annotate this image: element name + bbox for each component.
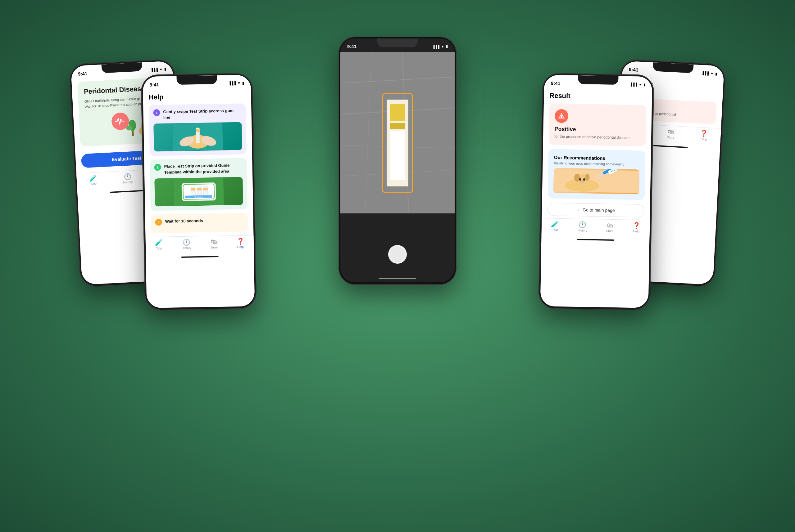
step-3-header: 3 Wait for 10 seconds bbox=[155, 217, 243, 226]
test-icon: 🧪 bbox=[551, 221, 559, 227]
tab-history[interactable]: 🕐 History bbox=[182, 239, 192, 250]
step-3-num: 3 bbox=[155, 218, 162, 225]
positive-icon bbox=[555, 109, 568, 123]
phone-help: 9:41 ▐▐▐ ▼ ▮ Help 1 Gently swipe Test St… bbox=[141, 73, 256, 310]
help-step-3: 3 Wait for 10 seconds bbox=[151, 213, 248, 233]
notch bbox=[377, 38, 418, 47]
tab-store[interactable]: 🛍 Store bbox=[210, 238, 218, 249]
brushing-illustration bbox=[554, 168, 639, 194]
signal-icon: ▐▐▐ bbox=[432, 45, 439, 49]
strip-guide-frame bbox=[382, 93, 413, 193]
store-icon: 🛍 bbox=[607, 222, 613, 228]
tab-test-label: Test bbox=[156, 246, 162, 250]
tab-test[interactable]: 🧪 Test bbox=[89, 175, 98, 186]
store-icon: 🛍 bbox=[668, 128, 674, 135]
tab-test-label: Test bbox=[552, 228, 558, 231]
signal-icon: ▐▐▐ bbox=[150, 68, 158, 72]
tab-test[interactable]: 🧪 Test bbox=[155, 239, 163, 250]
status-icons: ▐▐▐ ▼ ▮ bbox=[630, 82, 646, 87]
help-screen-content: Help 1 Gently swipe Test Strip accross g… bbox=[143, 89, 253, 237]
tab-store[interactable]: 🛍 Store bbox=[667, 128, 675, 139]
help-step-2: 2 Place Test Strip on privided Guide Tem… bbox=[150, 158, 248, 211]
rec-desc: Brushing your pet's teeth morning and ev… bbox=[554, 161, 639, 166]
step-2-num: 2 bbox=[154, 164, 161, 171]
store-icon: 🛍 bbox=[211, 238, 217, 244]
home-indicator bbox=[181, 255, 219, 258]
tab-help[interactable]: ❓ Help bbox=[700, 130, 708, 140]
help-icon: ❓ bbox=[700, 130, 708, 136]
svg-text:OraStripds: OraStripds bbox=[194, 196, 203, 197]
tab-store[interactable]: 🛍 Store bbox=[606, 222, 614, 232]
svg-rect-32 bbox=[197, 188, 201, 190]
help-title: Help bbox=[148, 89, 246, 105]
rec-image bbox=[554, 168, 639, 194]
camera-strip-area bbox=[340, 52, 455, 234]
tab-bar-help: 🧪 Test 🕐 History 🛍 Store ❓ Help bbox=[146, 235, 254, 255]
svg-rect-44 bbox=[390, 104, 405, 121]
tab-bar-result: 🧪 Test 🕐 History 🛍 Store ❓ Help bbox=[541, 218, 650, 238]
phone-camera: 9:41 ▐▐▐ ▼ ▮ × bbox=[339, 37, 456, 285]
swipe-illustration bbox=[173, 123, 223, 151]
step-2-image: OraStripds bbox=[154, 177, 243, 206]
tab-history-label: History bbox=[123, 180, 133, 184]
test-strip bbox=[386, 99, 409, 186]
tab-history[interactable]: 🕐 History bbox=[578, 221, 588, 232]
step-1-num: 1 bbox=[153, 109, 160, 116]
tab-history-label: History bbox=[578, 228, 587, 232]
svg-rect-31 bbox=[191, 188, 195, 190]
tab-test-label: Test bbox=[91, 182, 96, 186]
test-tab-icon: 🧪 bbox=[89, 175, 97, 182]
tab-store-label: Store bbox=[606, 229, 614, 232]
place-strip-illustration: OraStripds bbox=[174, 177, 224, 206]
status-time: 9:41 bbox=[551, 80, 560, 86]
tab-help-label: Help bbox=[701, 137, 707, 140]
wifi-icon: ▼ bbox=[441, 45, 445, 49]
result-screen-content: Result Positive for the presence of acti… bbox=[542, 89, 652, 220]
shutter-button[interactable] bbox=[388, 245, 407, 264]
notch bbox=[578, 75, 618, 84]
svg-rect-52 bbox=[554, 169, 639, 193]
go-to-main-button[interactable]: ← Go to main page bbox=[547, 203, 645, 217]
wifi-icon: ▼ bbox=[710, 71, 714, 75]
tab-test[interactable]: 🧪 Test bbox=[551, 221, 559, 231]
warning-icon bbox=[558, 112, 565, 119]
tab-help[interactable]: ❓ Help bbox=[236, 238, 245, 248]
signal-icon: ▐▐▐ bbox=[229, 81, 236, 85]
tab-help-label: Help bbox=[237, 245, 244, 248]
phone-camera-screen: 9:41 ▐▐▐ ▼ ▮ × bbox=[340, 38, 455, 282]
help-icon: ❓ bbox=[236, 238, 244, 244]
tab-help[interactable]: ❓ Help bbox=[632, 223, 640, 233]
step-2-text: Place Test Strip on privided Guide Templ… bbox=[164, 162, 242, 175]
positive-result-card: Positive for the presence of active peri… bbox=[549, 103, 646, 146]
phones-container: 9:41 ▐▐▐ ▼ ▮ Peridontal Disease Test Gli… bbox=[56, 18, 739, 514]
status-time: 9:41 bbox=[150, 81, 159, 87]
notch bbox=[653, 62, 693, 73]
battery-icon: ▮ bbox=[242, 81, 244, 85]
status-time: 9:41 bbox=[347, 44, 357, 49]
svg-rect-24 bbox=[196, 129, 199, 132]
step-1-header: 1 Gently swipe Test Strip accross gum li… bbox=[153, 108, 241, 120]
battery-icon: ▮ bbox=[715, 72, 717, 76]
wifi-icon: ▼ bbox=[159, 67, 163, 71]
rec-title: Our Recommendations bbox=[554, 154, 640, 161]
home-indicator bbox=[577, 239, 614, 241]
positive-desc: for the presence of active periodontal d… bbox=[554, 133, 640, 140]
signal-icon: ▐▐▐ bbox=[630, 82, 637, 86]
step-1-image bbox=[153, 122, 242, 151]
phone-result: 9:41 ▐▐▐ ▼ ▮ Result bbox=[538, 73, 654, 310]
tab-history[interactable]: 🕐 History bbox=[123, 173, 133, 184]
battery-icon: ▮ bbox=[644, 82, 645, 87]
help-icon: ❓ bbox=[633, 223, 640, 229]
home-indicator bbox=[651, 145, 688, 148]
svg-rect-46 bbox=[390, 131, 405, 180]
svg-rect-33 bbox=[203, 188, 208, 190]
notch bbox=[176, 75, 217, 84]
history-icon: 🕐 bbox=[183, 239, 191, 245]
phone-help-screen: 9:41 ▐▐▐ ▼ ▮ Help 1 Gently swipe Test St… bbox=[143, 75, 255, 308]
status-icons: ▐▐▐ ▼ ▮ bbox=[150, 67, 166, 72]
tab-store-label: Store bbox=[667, 135, 674, 139]
recommendation-card: Our Recommendations Brushing your pet's … bbox=[548, 149, 646, 200]
tab-store-label: Store bbox=[210, 245, 218, 249]
battery-icon: ▮ bbox=[164, 67, 166, 71]
tab-history-label: History bbox=[182, 246, 191, 250]
